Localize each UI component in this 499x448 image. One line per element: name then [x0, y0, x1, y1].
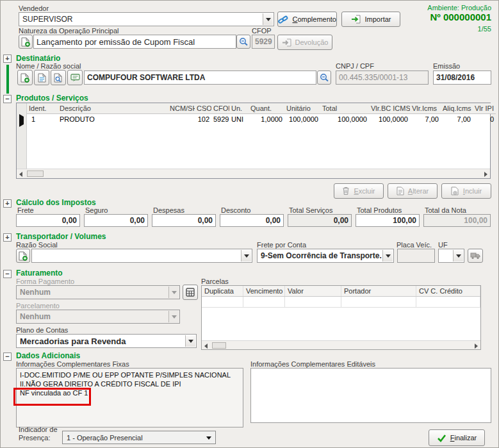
contador-paginas: 1/55: [478, 25, 491, 33]
seguro-label: Seguro: [85, 206, 108, 214]
novo-destinatario-button[interactable]: [17, 70, 33, 85]
column-header[interactable]: Duplicata: [202, 286, 243, 296]
scrollbar-thumb[interactable]: [212, 342, 226, 349]
parcelas-label: Parcelas: [201, 278, 229, 285]
frete-conta-combobox[interactable]: 9-Sem Ocorrência de Transporte.: [257, 249, 394, 263]
chevron-down-icon[interactable]: [241, 250, 251, 261]
parcelas-horizontal-scrollbar[interactable]: [202, 340, 480, 349]
cell-ncm: [168, 114, 195, 125]
nova-natureza-button[interactable]: [19, 35, 33, 49]
scroll-left-icon[interactable]: [19, 172, 22, 177]
chevron-down-icon[interactable]: [263, 13, 273, 25]
faturamento-collapse-toggle[interactable]: −: [3, 270, 12, 278]
novo-transportador-button[interactable]: [16, 249, 30, 263]
emissao-field[interactable]: 31/08/2016: [433, 71, 491, 85]
minus-glyph: −: [5, 270, 9, 278]
buscar-destinatario-button[interactable]: [317, 71, 331, 85]
column-header[interactable]: CSO: [195, 103, 211, 113]
trash-icon: [342, 187, 350, 195]
parcelas-grid-header: Duplicata Vencimento Valor Portador CV C…: [202, 286, 480, 297]
chevron-down-icon: [168, 311, 179, 322]
produtos-grid[interactable]: Ident. Descrição NCM/SH CSO CFOP Un. Qua…: [16, 103, 491, 179]
scroll-right-icon[interactable]: [475, 344, 478, 349]
alterar-button[interactable]: Alterar: [388, 183, 438, 199]
scroll-left-icon[interactable]: [204, 344, 208, 349]
column-header[interactable]: Quant.: [249, 103, 284, 113]
scroll-right-icon[interactable]: [484, 172, 487, 177]
chevron-down-icon[interactable]: [185, 335, 195, 347]
table-row[interactable]: 1 PRODUTO 102 5929 UNI 1,0000 100,0000 1…: [27, 114, 496, 125]
veiculos-button[interactable]: [468, 249, 483, 263]
chevron-down-icon[interactable]: [382, 250, 393, 261]
column-header[interactable]: Total: [320, 103, 369, 113]
column-header[interactable]: Vlr.BC ICMS: [369, 103, 410, 113]
excluir-button[interactable]: Excluir: [334, 183, 384, 199]
finalizar-button[interactable]: Finalizar: [429, 429, 485, 446]
seguro-field[interactable]: 0,00: [84, 214, 148, 227]
importar-button[interactable]: Importar: [341, 12, 400, 27]
editar-destinatario-button[interactable]: [34, 70, 49, 85]
column-header[interactable]: Aliq.Icms: [441, 103, 473, 113]
column-header[interactable]: Vlr IPI: [473, 103, 496, 113]
section-active-bar: [6, 65, 9, 94]
produtos-grid-header: Ident. Descrição NCM/SH CSO CFOP Un. Qua…: [27, 103, 496, 114]
destinatario-title: Destinatário: [16, 54, 60, 63]
placa-field: [397, 249, 435, 263]
incluir-button[interactable]: Incluir: [441, 183, 491, 199]
info-editaveis-textarea[interactable]: [250, 368, 491, 423]
vendedor-combobox[interactable]: SUPERVISOR: [19, 12, 274, 26]
column-header[interactable]: NCM/SH: [168, 103, 195, 113]
frete-field[interactable]: 0,00: [16, 214, 80, 227]
column-header[interactable]: CFOP: [211, 103, 229, 113]
column-header[interactable]: Vlr.Icms: [410, 103, 441, 113]
desconto-field[interactable]: 0,00: [220, 214, 284, 227]
column-header[interactable]: CV C. Crédito: [416, 286, 480, 296]
column-header[interactable]: Vencimento: [243, 286, 285, 296]
parcelas-grid[interactable]: Duplicata Vencimento Valor Portador CV C…: [201, 285, 481, 350]
observacoes-destinatario-button[interactable]: [67, 70, 83, 85]
impostos-expand-toggle[interactable]: +: [3, 199, 12, 208]
plano-contas-combobox[interactable]: Mercadorias para Revenda: [16, 334, 197, 348]
dados-collapse-toggle[interactable]: −: [3, 353, 12, 361]
excluir-label: Excluir: [354, 187, 375, 195]
forma-pagamento-label: Forma Pagamento: [16, 278, 74, 285]
transportador-combobox[interactable]: [31, 249, 252, 263]
parcelamento-label: Parcelamento: [16, 302, 60, 310]
column-header[interactable]: Valor: [285, 286, 341, 296]
column-header[interactable]: Ident.: [27, 103, 58, 113]
document-icon: [397, 187, 404, 195]
despesas-field[interactable]: 0,00: [152, 214, 216, 227]
column-header[interactable]: Descrição: [58, 103, 168, 113]
grid-calculator-icon: [186, 288, 195, 297]
destinatario-expand-toggle[interactable]: +: [3, 54, 12, 63]
finalizar-label: Finalizar: [450, 434, 477, 442]
total-produtos-field: 100,00: [356, 214, 420, 227]
buscar-natureza-button[interactable]: [236, 35, 250, 49]
visualizar-destinatario-button[interactable]: [51, 70, 66, 85]
produtos-collapse-toggle[interactable]: −: [3, 95, 12, 103]
devolucao-button[interactable]: Devolução: [277, 35, 332, 50]
incluir-label: Incluir: [463, 187, 482, 195]
column-header[interactable]: Un.: [229, 103, 249, 113]
transportador-expand-toggle[interactable]: +: [3, 233, 12, 242]
uf-combobox[interactable]: [438, 249, 464, 263]
razao-social-field[interactable]: COMPUFOUR SOFTWARE LTDA: [84, 71, 316, 85]
natureza-field[interactable]: Lançamento por emissão de Cupom Fiscal: [33, 35, 236, 49]
cell-vlr-ipi: 0: [473, 114, 496, 125]
complemento-button[interactable]: Complemento: [277, 12, 337, 27]
total-nota-field: 100,00: [423, 214, 491, 227]
chevron-down-icon[interactable]: [453, 250, 463, 261]
document-plus-icon: [451, 187, 459, 195]
vendedor-label: Vendedor: [19, 4, 49, 12]
indicador-presenca-select[interactable]: 1 - Operação Presencial: [62, 431, 216, 444]
column-header[interactable]: Unitário: [284, 103, 320, 113]
column-header[interactable]: Portador: [341, 286, 416, 296]
tabela-pagamento-button[interactable]: [183, 285, 198, 300]
scrollbar-thumb[interactable]: [27, 170, 44, 177]
cfop-label: CFOP: [252, 27, 272, 35]
indicador-presenca-label: Indicador de Presença:: [19, 426, 61, 442]
produtos-horizontal-scrollbar[interactable]: [17, 169, 490, 178]
info-fixas-label: Informações Complementares Fixas: [16, 360, 129, 368]
frete-label: Frete: [17, 206, 34, 214]
chevron-down-icon: [168, 286, 179, 298]
